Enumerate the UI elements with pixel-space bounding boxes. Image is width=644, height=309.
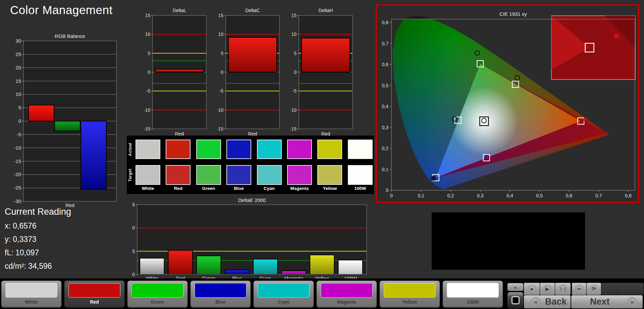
svg-text:-15: -15 bbox=[14, 158, 21, 164]
svg-text:DeltaE 2000: DeltaE 2000 bbox=[238, 197, 266, 203]
pattern-button-white[interactable]: White bbox=[1, 280, 62, 308]
pattern-swatch-green bbox=[131, 283, 183, 298]
pattern-label-100w: 100W bbox=[443, 299, 503, 305]
pattern-swatch-red bbox=[68, 283, 120, 298]
svg-text:15: 15 bbox=[145, 13, 150, 18]
svg-text:-5: -5 bbox=[219, 88, 224, 94]
pattern-preview-window bbox=[432, 212, 585, 270]
svg-text:-10: -10 bbox=[290, 107, 297, 113]
pattern-label-magenta: Magenta bbox=[317, 299, 377, 305]
pattern-swatch-white bbox=[5, 283, 57, 298]
target-swatch-cyan bbox=[257, 165, 282, 185]
target-swatch-green bbox=[196, 165, 221, 185]
pattern-window-button[interactable] bbox=[507, 292, 524, 309]
svg-text:5: 5 bbox=[148, 51, 150, 56]
svg-text:-15: -15 bbox=[290, 126, 297, 132]
record-icon bbox=[618, 285, 627, 293]
target-swatch-red bbox=[166, 165, 191, 185]
svg-text:0,2: 0,2 bbox=[447, 193, 454, 198]
stop-button[interactable]: ■ bbox=[524, 283, 540, 295]
svg-text:0,3: 0,3 bbox=[382, 125, 389, 130]
svg-text:15: 15 bbox=[291, 13, 297, 18]
actual-swatch-cyan bbox=[257, 140, 282, 159]
svg-text:-15: -15 bbox=[144, 126, 150, 132]
svg-text:-5: -5 bbox=[292, 88, 297, 94]
pattern-swatch-yellow bbox=[384, 283, 436, 298]
svg-text:15: 15 bbox=[218, 13, 223, 18]
svg-text:0: 0 bbox=[294, 69, 297, 75]
delta-h-chart: -15-10-5051015DeltaHRed bbox=[290, 7, 354, 141]
next-label: Next bbox=[590, 297, 610, 307]
current-reading: Current Reading x: 0,6576 y: 0,3373 fL: … bbox=[5, 207, 71, 271]
row-label-actual: Actual bbox=[128, 140, 132, 159]
pattern-button-magenta[interactable]: Magenta bbox=[316, 280, 377, 308]
column-label-magenta: Magenta bbox=[284, 186, 315, 191]
back-chevron-icon: « bbox=[531, 297, 541, 307]
strip-expand-button[interactable]: ▲ bbox=[507, 283, 524, 291]
target-swatch-yellow bbox=[317, 165, 342, 185]
svg-text:10: 10 bbox=[15, 91, 21, 97]
actual-swatch-white bbox=[136, 140, 160, 159]
pattern-strip: WhiteRedGreenBlueCyanMagentaYellow100W ▲… bbox=[0, 278, 644, 309]
svg-text:5: 5 bbox=[132, 249, 135, 254]
record-button bbox=[601, 283, 644, 295]
delta-e2000-chart: 051015DeltaE 2000WhiteRedGreenBlueCyanMa… bbox=[132, 197, 370, 287]
next-button[interactable]: Next » bbox=[571, 295, 643, 308]
svg-text:0: 0 bbox=[132, 272, 135, 277]
svg-text:DeltaH: DeltaH bbox=[319, 8, 333, 13]
svg-text:0,7: 0,7 bbox=[595, 193, 602, 198]
svg-text:-20: -20 bbox=[14, 171, 21, 177]
svg-text:10: 10 bbox=[132, 225, 135, 230]
actual-swatch-yellow bbox=[317, 140, 342, 159]
svg-text:DeltaL: DeltaL bbox=[173, 8, 186, 13]
pattern-button-red[interactable]: Red bbox=[64, 280, 125, 308]
svg-text:10: 10 bbox=[145, 32, 150, 37]
actual-swatch-100w bbox=[348, 140, 373, 159]
svg-text:0: 0 bbox=[390, 193, 393, 198]
column-label-100w: 100W bbox=[344, 186, 376, 191]
pattern-button-cyan[interactable]: Cyan bbox=[253, 280, 314, 308]
infinity-button[interactable]: ∞ bbox=[572, 283, 586, 295]
svg-text:0,5: 0,5 bbox=[382, 83, 389, 88]
svg-text:-10: -10 bbox=[14, 145, 21, 151]
measured-marker-blue bbox=[431, 176, 436, 181]
svg-text:0,1: 0,1 bbox=[382, 167, 389, 172]
svg-text:0,6: 0,6 bbox=[566, 193, 573, 198]
pattern-label-yellow: Yellow bbox=[380, 299, 440, 305]
infinity-icon: ∞ bbox=[575, 285, 584, 293]
current-reading-title: Current Reading bbox=[5, 207, 71, 217]
next-chevron-icon: » bbox=[627, 297, 637, 307]
svg-text:20: 20 bbox=[15, 65, 21, 70]
column-label-blue: Blue bbox=[223, 186, 255, 191]
column-label-yellow: Yellow bbox=[314, 186, 345, 191]
cie-inset bbox=[551, 16, 635, 80]
svg-text:0,1: 0,1 bbox=[418, 193, 425, 198]
svg-text:-15: -15 bbox=[217, 126, 223, 132]
pattern-label-white: White bbox=[1, 299, 61, 305]
svg-text:0,4: 0,4 bbox=[382, 104, 389, 109]
svg-text:0,2: 0,2 bbox=[382, 146, 389, 151]
loop-button[interactable]: ⟳ bbox=[587, 283, 601, 295]
stop-icon: ■ bbox=[528, 285, 536, 293]
page-title: Color Management bbox=[10, 3, 113, 17]
reading-x: x: 0,6576 bbox=[5, 221, 71, 230]
pattern-button-yellow[interactable]: Yellow bbox=[379, 280, 440, 308]
svg-text:15: 15 bbox=[15, 78, 21, 84]
loop-icon: ⟳ bbox=[590, 285, 598, 293]
pattern-button-100w[interactable]: 100W bbox=[442, 280, 503, 308]
ab-repeat-button[interactable]: [··] bbox=[555, 283, 571, 295]
pattern-button-blue[interactable]: Blue bbox=[190, 280, 251, 308]
play-icon: ▶ bbox=[543, 285, 552, 293]
svg-text:DeltaC: DeltaC bbox=[246, 8, 260, 13]
pattern-button-green[interactable]: Green bbox=[127, 280, 188, 308]
back-button[interactable]: « Back bbox=[524, 295, 571, 308]
rgb-balance-chart: -30-25-20-15-10-5051015202530RGB Balance… bbox=[4, 32, 120, 213]
svg-text:0,5: 0,5 bbox=[536, 193, 543, 198]
pattern-label-cyan: Cyan bbox=[254, 299, 314, 305]
svg-text:10: 10 bbox=[218, 32, 223, 37]
column-label-white: White bbox=[132, 186, 164, 191]
svg-text:-30: -30 bbox=[14, 198, 21, 204]
up-arrow-icon: ▲ bbox=[514, 285, 517, 289]
play-button[interactable]: ▶ bbox=[540, 283, 555, 295]
pattern-label-blue: Blue bbox=[191, 299, 251, 305]
